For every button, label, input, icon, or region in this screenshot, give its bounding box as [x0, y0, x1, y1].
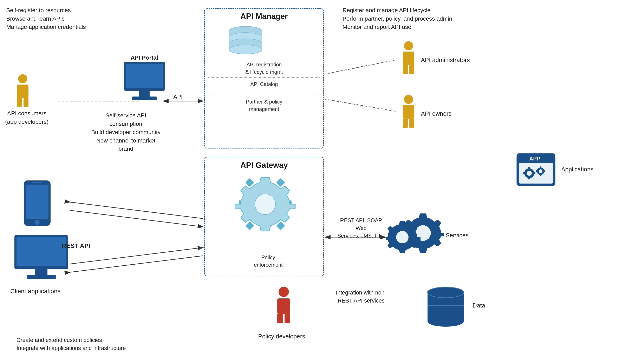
bottom-right-text: Integration with non- REST API services	[334, 289, 388, 305]
policy-enforcement-label: Policyenforcement	[219, 254, 318, 269]
svg-rect-70	[16, 237, 66, 266]
svg-rect-60	[540, 166, 541, 168]
top-right-text: Register and manage API lifecycle Perfor…	[342, 6, 452, 31]
svg-rect-56	[533, 172, 535, 174]
svg-line-5	[324, 60, 396, 74]
applications-icon: APP	[516, 153, 557, 189]
svg-rect-48	[403, 119, 408, 128]
svg-rect-62	[544, 170, 545, 172]
data-label: Data	[473, 301, 485, 310]
top-left-text: Self-register to resources Browse and le…	[6, 6, 86, 31]
data-cylinder-icon	[425, 285, 466, 329]
api-manager-db-icon	[227, 25, 264, 59]
api-consumer-person	[14, 74, 31, 107]
api-catalog-label: API Catalog	[208, 81, 320, 88]
svg-rect-15	[24, 98, 28, 107]
svg-rect-13	[17, 84, 28, 98]
policy-dev-person	[274, 287, 293, 325]
svg-rect-14	[17, 98, 22, 107]
api-label: API	[173, 93, 183, 101]
rest-api-label: REST API	[62, 241, 90, 250]
svg-rect-49	[409, 119, 414, 128]
svg-rect-44	[403, 65, 408, 74]
separator-1	[208, 77, 320, 78]
diagram-container: Self-register to resources Browse and le…	[0, 0, 619, 364]
svg-point-12	[18, 74, 27, 83]
svg-rect-19	[132, 96, 157, 100]
svg-rect-84	[284, 313, 290, 323]
svg-rect-71	[35, 269, 47, 275]
client-apps-label: Client applications	[10, 287, 60, 296]
svg-point-41	[255, 194, 275, 215]
api-owners-label: API owners	[421, 109, 451, 118]
svg-line-7	[70, 210, 203, 227]
api-portal-label: API Portal	[120, 54, 169, 62]
svg-rect-68	[32, 182, 42, 183]
api-manager-box	[204, 8, 324, 148]
services-label: Services	[446, 231, 469, 240]
api-owner-person	[400, 95, 417, 130]
policy-dev-label: Policy developers	[250, 332, 314, 341]
svg-rect-82	[277, 298, 290, 314]
api-gateway-gear	[226, 175, 304, 238]
svg-rect-18	[139, 91, 150, 96]
client-computer	[12, 235, 70, 281]
svg-rect-43	[403, 52, 414, 65]
svg-point-74	[396, 231, 408, 243]
svg-line-6	[324, 99, 396, 111]
svg-rect-54	[528, 167, 530, 169]
phone-icon	[21, 179, 54, 228]
api-reg-label: API registration& lifecycle mgmt	[208, 61, 320, 76]
separator-2	[208, 94, 320, 94]
api-admin-label: API administrators	[421, 56, 470, 64]
svg-rect-63	[536, 170, 537, 172]
services-connector-text: REST API, SOAP WebServices, JMS, FTP	[334, 216, 388, 240]
svg-rect-61	[540, 174, 541, 176]
services-gears-icon	[386, 206, 444, 261]
svg-rect-45	[409, 65, 414, 74]
svg-point-77	[427, 316, 464, 327]
svg-line-10	[70, 256, 203, 272]
svg-rect-66	[26, 185, 48, 219]
svg-rect-57	[523, 172, 525, 174]
bottom-left-text: Create and extend custom policies Integr…	[16, 336, 126, 352]
svg-point-46	[404, 95, 413, 104]
svg-rect-83	[277, 313, 283, 323]
svg-point-26	[229, 45, 262, 54]
api-manager-title: API Manager	[217, 12, 311, 21]
svg-point-67	[35, 220, 40, 225]
svg-line-8	[70, 202, 203, 219]
applications-label: Applications	[561, 165, 593, 174]
svg-point-53	[527, 171, 532, 176]
api-portal-sublabels: Self-service API consumption Build devel…	[89, 111, 163, 153]
svg-text:APP: APP	[529, 156, 540, 162]
svg-point-59	[539, 169, 542, 173]
svg-rect-47	[403, 105, 414, 119]
partner-policy-label: Partner & policymanagement	[208, 98, 320, 113]
svg-rect-55	[528, 177, 530, 179]
svg-point-42	[404, 41, 413, 50]
api-admin-person	[400, 41, 417, 76]
svg-point-81	[279, 287, 289, 297]
svg-rect-72	[27, 275, 56, 279]
api-consumers-label: API consumers (app developers)	[4, 109, 50, 126]
svg-rect-17	[126, 64, 163, 88]
api-gateway-title: API Gateway	[217, 161, 311, 170]
api-portal-monitor	[120, 62, 169, 102]
